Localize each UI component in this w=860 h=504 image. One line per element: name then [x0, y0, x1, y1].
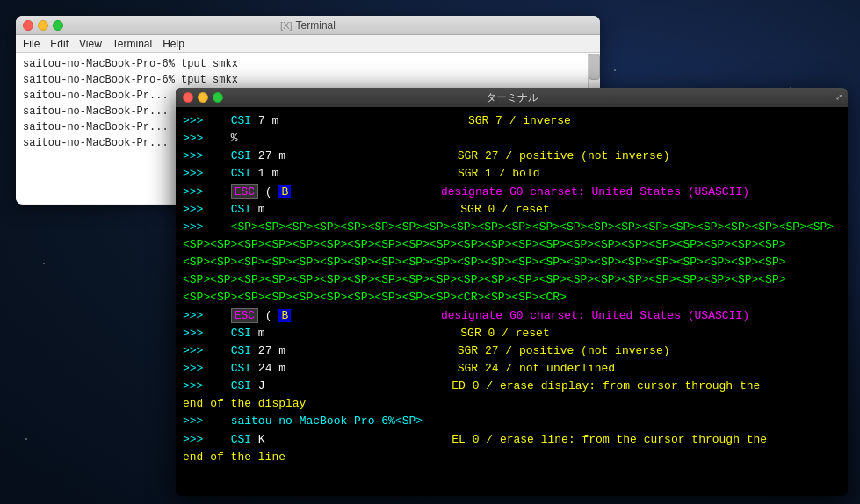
terminal-row-csi24: >>> CSI 24 m SGR 24 / not underlined: [183, 360, 841, 378]
terminal-row-6: >>> CSI m SGR 0 / reset: [183, 201, 841, 219]
code-m6: m: [258, 203, 265, 216]
code-27m: 27 m: [258, 149, 285, 162]
prompt-saitou: >>>: [183, 414, 203, 428]
prompt-csij: >>>: [183, 379, 203, 392]
b-box-2: B: [278, 309, 291, 322]
terminal-row-csim2: >>> CSI m SGR 0 / reset: [183, 325, 841, 342]
white-line-1: saitou-no-MacBook-Pro-6% tput smkx: [23, 56, 593, 72]
terminal-row-csij: >>> CSI J ED 0 / erase display: from cur…: [183, 378, 841, 395]
white-terminal-title: Terminal: [296, 19, 336, 32]
code-27m-2: 27 m: [258, 344, 285, 357]
white-terminal-title-bar: [X] Terminal: [16, 16, 600, 35]
code-paren-1: (: [265, 185, 279, 198]
minimize-button[interactable]: [38, 20, 48, 31]
menu-terminal[interactable]: Terminal: [112, 38, 152, 50]
sp-line-3: <SP><SP><SP><SP><SP><SP><SP><SP><SP><SP>…: [183, 256, 786, 269]
code-percent: %: [231, 132, 238, 145]
b-box-1: B: [278, 185, 291, 198]
menu-view[interactable]: View: [79, 38, 102, 50]
code-paren-2: (: [265, 309, 279, 322]
prompt-sp: >>>: [183, 220, 203, 234]
code-csi-4: CSI: [231, 167, 251, 180]
terminal-row-3: >>> CSI 27 m SGR 27 / positive (not inve…: [183, 148, 841, 165]
desc-4: SGR 1 / bold: [458, 167, 540, 180]
terminal-row-saitou: >>> saitou-no-MacBook-Pro-6%<SP>: [183, 413, 841, 430]
terminal-row-1: >>> CSI 7 m SGR 7 / inverse: [183, 112, 841, 130]
code-m-csim2: m: [258, 327, 265, 340]
black-terminal-title: ターミナル: [486, 90, 538, 105]
prompt-esc2: >>>: [183, 309, 203, 322]
code-csi-csim2: CSI: [231, 327, 251, 340]
code-1m: 1 m: [258, 167, 278, 180]
black-maximize-button[interactable]: [213, 92, 223, 103]
desc-k: EL 0 / erase line: from the cursor throu…: [452, 433, 767, 446]
saitou-prompt-text: saitou-no-MacBook-Pro-6%<SP>: [231, 414, 423, 428]
terminal-row-sp3: <SP><SP><SP><SP><SP><SP><SP><SP><SP><SP>…: [183, 254, 841, 271]
black-close-button[interactable]: [183, 92, 193, 103]
desc-24: SGR 24 / not underlined: [458, 362, 615, 375]
code-csi-27-2: CSI: [231, 344, 251, 357]
prompt-2: >>>: [183, 132, 203, 145]
terminal-row-esc2: >>> ESC ( B designate G0 charset: United…: [183, 307, 841, 325]
terminal-row-csik: >>> CSI K EL 0 / erase line: from the cu…: [183, 431, 841, 449]
scrollbar-thumb[interactable]: [589, 54, 600, 80]
end-line-text: end of the line: [183, 450, 285, 464]
desc-esc2: designate G0 charset: United States (USA…: [441, 309, 749, 322]
sp-line-2: <SP><SP><SP><SP><SP><SP><SP><SP><SP><SP>…: [183, 238, 786, 251]
prompt-csi24: >>>: [183, 362, 203, 375]
code-csi-1: CSI: [231, 114, 251, 127]
menu-help[interactable]: Help: [163, 38, 184, 50]
desc-6: SGR 0 / reset: [460, 203, 549, 216]
desc-j: ED 0 / erase display: from cursor throug…: [452, 379, 760, 392]
menu-file[interactable]: File: [23, 38, 40, 50]
code-csi-6: CSI: [231, 203, 251, 216]
traffic-lights[interactable]: [23, 20, 63, 31]
white-terminal-menu-bar: File Edit View Terminal Help: [16, 35, 600, 53]
prompt-1: >>>: [183, 114, 203, 127]
black-terminal-window: ターミナル ⤢ >>> CSI 7 m SGR 7 / inverse >>> …: [176, 88, 848, 496]
black-terminal-content[interactable]: >>> CSI 7 m SGR 7 / inverse >>> % >>> CS…: [176, 107, 848, 496]
code-csi-24: CSI: [231, 362, 251, 375]
prompt-3: >>>: [183, 149, 203, 162]
close-button[interactable]: [23, 20, 33, 31]
x-icon: [X]: [280, 20, 292, 31]
white-line-2: saitou-no-MacBook-Pro-6% tput smkx: [23, 72, 593, 88]
expand-icon[interactable]: ⤢: [835, 92, 842, 103]
terminal-row-4: >>> CSI 1 m SGR 1 / bold: [183, 165, 841, 183]
terminal-row-sp2: <SP><SP><SP><SP><SP><SP><SP><SP><SP><SP>…: [183, 236, 841, 254]
terminal-row-sp1: >>> <SP><SP><SP><SP><SP><SP><SP><SP><SP>…: [183, 219, 841, 236]
maximize-button[interactable]: [53, 20, 63, 31]
code-csi-k: CSI: [231, 433, 251, 446]
prompt-6: >>>: [183, 203, 203, 216]
prompt-csim2: >>>: [183, 327, 203, 340]
desc-csim2: SGR 0 / reset: [460, 327, 549, 340]
black-traffic-lights[interactable]: [183, 92, 223, 103]
terminal-end-line: end of the line: [183, 449, 841, 466]
code-7m: 7 m: [258, 114, 278, 127]
prompt-5: >>>: [183, 185, 203, 198]
code-j: J: [258, 379, 265, 392]
terminal-row-2: >>> %: [183, 130, 841, 148]
desc-3: SGR 27 / positive (not inverse): [458, 149, 670, 162]
terminal-row-5: >>> ESC ( B designate G0 charset: United…: [183, 184, 841, 201]
menu-edit[interactable]: Edit: [50, 38, 69, 50]
code-csi-j: CSI: [231, 379, 251, 392]
black-terminal-title-bar: ターミナル ⤢: [176, 88, 848, 107]
prompt-csik: >>>: [183, 433, 203, 446]
terminal-row-csi27-2: >>> CSI 27 m SGR 27 / positive (not inve…: [183, 342, 841, 360]
prompt-csi27-2: >>>: [183, 344, 203, 357]
prompt-4: >>>: [183, 167, 203, 180]
code-csi-3: CSI: [231, 149, 251, 162]
code-k: K: [258, 433, 265, 446]
desc-27-2: SGR 27 / positive (not inverse): [458, 344, 670, 357]
terminal-row-sp4: <SP><SP><SP><SP><SP><SP><SP><SP><SP><SP>…: [183, 271, 841, 289]
desc-5: designate G0 charset: United States (USA…: [441, 185, 749, 198]
esc-box-1: ESC: [231, 184, 258, 199]
end-display-text: end of the display: [183, 397, 306, 410]
terminal-end-display: end of the display: [183, 395, 841, 413]
black-minimize-button[interactable]: [198, 92, 208, 103]
sp-line-4: <SP><SP><SP><SP><SP><SP><SP><SP><SP><SP>…: [183, 273, 786, 286]
sp-line-1: <SP><SP><SP><SP><SP><SP><SP><SP><SP><SP>…: [231, 220, 835, 234]
desc-1: SGR 7 / inverse: [468, 114, 571, 127]
terminal-row-sp5: <SP><SP><SP><SP><SP><SP><SP><SP><SP><SP>…: [183, 289, 841, 306]
